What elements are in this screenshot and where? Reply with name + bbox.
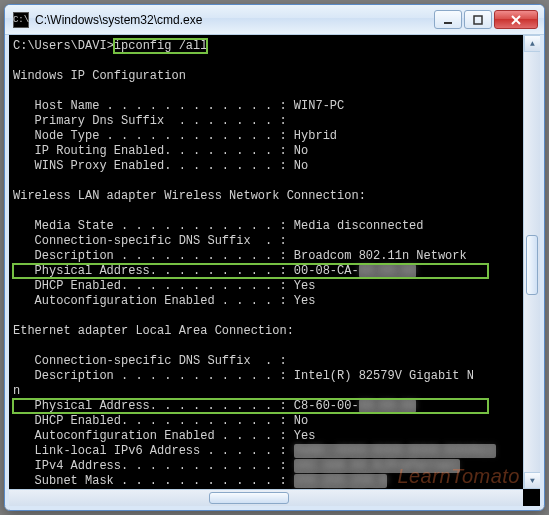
vertical-scrollbar[interactable]: ▲ ▼ <box>523 35 540 489</box>
subnet-label: Subnet Mask . . . . . . . . . . . : <box>13 474 287 488</box>
linklocal-value: fe80::XXXX:XXXX:XXXX:XXXX%11 <box>294 444 496 458</box>
hostname-label: Host Name . . . . . . . . . . . . : <box>13 99 287 113</box>
maximize-icon <box>473 15 483 25</box>
ip-routing-label: IP Routing Enabled. . . . . . . . : <box>13 144 287 158</box>
prompt-gt: > <box>107 39 114 53</box>
eth-desc-label: Description . . . . . . . . . . . : <box>13 369 287 383</box>
wlan-dhcp-label: DHCP Enabled. . . . . . . . . . . : <box>13 279 287 293</box>
node-type-label: Node Type . . . . . . . . . . . . : <box>13 129 287 143</box>
eth-phys-value: C8-60-00- <box>294 399 359 413</box>
eth-phys-redacted: XX-XX-XX <box>359 399 417 413</box>
svg-rect-1 <box>474 16 482 24</box>
media-state-label: Media State . . . . . . . . . . . : <box>13 219 287 233</box>
eth-desc-value: Intel(R) 82579V Gigabit N <box>294 369 474 383</box>
ipv4-label: IPv4 Address. . . . . . . . . . . : <box>13 459 287 473</box>
watermark: LearnTomato <box>397 465 520 488</box>
eth-physical-row: Physical Address. . . . . . . . . : C8-6… <box>13 399 488 413</box>
scroll-up-button[interactable]: ▲ <box>524 35 541 52</box>
section-header-ipconfig: Windows IP Configuration <box>13 69 186 83</box>
close-button[interactable] <box>494 10 538 29</box>
wlan-desc-label: Description . . . . . . . . . . . : <box>13 249 287 263</box>
close-icon <box>510 14 522 26</box>
section-header-eth: Ethernet adapter Local Area Connection: <box>13 324 294 338</box>
node-type-value: Hybrid <box>294 129 337 143</box>
vertical-scroll-thumb[interactable] <box>526 235 538 295</box>
eth-autoconf-label: Autoconfiguration Enabled . . . . : <box>13 429 287 443</box>
eth-dns-suffix-label: Connection-specific DNS Suffix . : <box>13 354 287 368</box>
eth-dhcp-label: DHCP Enabled. . . . . . . . . . . : <box>13 414 287 428</box>
ip-routing-value: No <box>294 144 308 158</box>
wlan-phys-label: Physical Address. . . . . . . . . : <box>13 264 287 278</box>
hostname-value: WIN7-PC <box>294 99 344 113</box>
wlan-phys-redacted: XX-XX-XX <box>359 264 417 278</box>
minimize-button[interactable] <box>434 10 462 29</box>
window-title: C:\Windows\system32\cmd.exe <box>35 13 432 27</box>
wins-proxy-label: WINS Proxy Enabled. . . . . . . . : <box>13 159 287 173</box>
cmd-icon: C:\ <box>13 12 29 28</box>
eth-dhcp-value: No <box>294 414 308 428</box>
eth-autoconf-value: Yes <box>294 429 316 443</box>
cmd-window: C:\ C:\Windows\system32\cmd.exe C:\Users… <box>4 4 545 511</box>
eth-desc-trail: n <box>13 384 20 398</box>
primary-dns-label: Primary Dns Suffix . . . . . . . : <box>13 114 287 128</box>
maximize-button[interactable] <box>464 10 492 29</box>
wlan-dhcp-value: Yes <box>294 279 316 293</box>
wlan-autoconf-label: Autoconfiguration Enabled . . . . : <box>13 294 287 308</box>
console-output[interactable]: C:\Users\DAVI>ipconfig /all Windows IP C… <box>5 35 544 510</box>
prompt-path: C:\Users\DAVI <box>13 39 107 53</box>
horizontal-scroll-thumb[interactable] <box>209 492 289 504</box>
wlan-dns-suffix-label: Connection-specific DNS Suffix . : <box>13 234 287 248</box>
wlan-autoconf-value: Yes <box>294 294 316 308</box>
scroll-down-button[interactable]: ▼ <box>524 472 541 489</box>
eth-phys-label: Physical Address. . . . . . . . . : <box>13 399 287 413</box>
linklocal-label: Link-local IPv6 Address . . . . . : <box>13 444 287 458</box>
wlan-physical-row: Physical Address. . . . . . . . . : 00-0… <box>13 264 488 278</box>
wlan-desc-value: Broadcom 802.11n Network <box>294 249 467 263</box>
media-state-value: Media disconnected <box>294 219 424 233</box>
minimize-icon <box>443 15 453 25</box>
command-input: ipconfig /all <box>114 39 208 53</box>
wlan-phys-value: 00-08-CA- <box>294 264 359 278</box>
subnet-value: 255.255.255.0 <box>294 474 388 488</box>
wins-proxy-value: No <box>294 159 308 173</box>
horizontal-scrollbar[interactable]: ◀ ▶ <box>9 489 523 506</box>
section-header-wlan: Wireless LAN adapter Wireless Network Co… <box>13 189 366 203</box>
titlebar[interactable]: C:\ C:\Windows\system32\cmd.exe <box>5 5 544 35</box>
